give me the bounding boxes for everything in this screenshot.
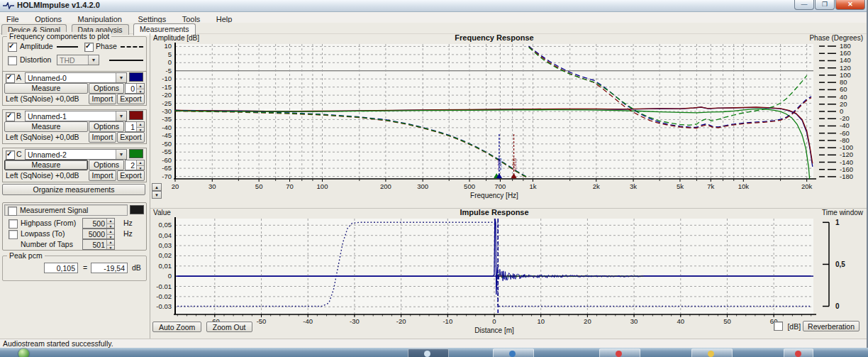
slot-c-import-button[interactable]: Import bbox=[89, 170, 116, 181]
taskbar-icon[interactable] bbox=[408, 348, 449, 357]
slot-c-options-button[interactable]: Options bbox=[89, 160, 124, 170]
freq-components-group: Frequency components to plot Amplitude P… bbox=[2, 36, 147, 72]
svg-text:Frequency [Hz]: Frequency [Hz] bbox=[470, 192, 518, 199]
svg-text:40: 40 bbox=[677, 317, 684, 325]
slot-b-import-button[interactable]: Import bbox=[89, 132, 116, 143]
taps-value: 501 bbox=[92, 241, 105, 249]
svg-text:20: 20 bbox=[584, 317, 591, 325]
svg-text:-35: -35 bbox=[162, 115, 172, 123]
signal-color-swatch[interactable] bbox=[130, 205, 144, 214]
peak-pcm-group: Peak pcm 0,105 = -19,54 dB bbox=[2, 256, 147, 281]
svg-text:0: 0 bbox=[835, 302, 840, 310]
slot-b-checkbox[interactable] bbox=[6, 112, 15, 121]
highpass-unit: Hz bbox=[123, 219, 133, 227]
auto-zoom-button[interactable]: Auto Zoom bbox=[152, 322, 201, 332]
slot-a-options-button[interactable]: Options bbox=[89, 83, 124, 94]
slot-b-options-button[interactable]: Options bbox=[89, 121, 124, 132]
slot-b-gain-label: Left (SqNoise) +0,0dB bbox=[6, 133, 79, 141]
highpass-spinner[interactable]: 500 ▲▼ bbox=[82, 218, 115, 229]
holmimpulse-window: HOLMImpulse v1.4.2.0 — ❐ ✕ File Options … bbox=[0, 0, 868, 357]
db-checkbox[interactable] bbox=[774, 322, 783, 331]
slot-a-export-button[interactable]: Export bbox=[117, 94, 145, 104]
svg-text:-15: -15 bbox=[162, 83, 172, 91]
close-button[interactable]: ✕ bbox=[835, 0, 865, 10]
slot-b-measure-button[interactable]: Measure bbox=[4, 121, 88, 132]
status-bar: Audiostream started successfully. bbox=[0, 339, 868, 348]
amplitude-checkbox[interactable] bbox=[8, 43, 17, 52]
svg-text:30: 30 bbox=[630, 317, 638, 325]
slot-a-import-button[interactable]: Import bbox=[89, 94, 116, 104]
taskbar-icon[interactable] bbox=[599, 348, 640, 357]
spin-down-icon[interactable]: ▼ bbox=[136, 165, 144, 170]
svg-text:-30: -30 bbox=[162, 107, 172, 115]
slot-a-name-select[interactable]: Unnamed-0 ▼ bbox=[25, 72, 127, 83]
lowpass-spinner[interactable]: 5000 ▲▼ bbox=[82, 229, 115, 239]
svg-text:1k: 1k bbox=[529, 182, 536, 190]
scale-up-icon[interactable]: ▲ bbox=[152, 183, 162, 191]
taskbar-icon[interactable] bbox=[691, 348, 733, 357]
title-bar[interactable]: HOLMImpulse v1.4.2.0 — ❐ ✕ bbox=[0, 0, 868, 12]
slot-b-export-button[interactable]: Export bbox=[117, 132, 145, 143]
slot-a-checkbox[interactable] bbox=[6, 74, 15, 83]
svg-text:Distance [m]: Distance [m] bbox=[474, 326, 514, 334]
lowpass-checkbox[interactable] bbox=[9, 230, 18, 239]
slot-b-letter: B bbox=[16, 111, 21, 120]
frequency-response-plot[interactable]: 1050-5-10-15-20-25-30-35-40-45-50-55-60-… bbox=[150, 33, 868, 208]
lowpass-unit: Hz bbox=[123, 229, 133, 238]
spin-down-icon[interactable]: ▼ bbox=[136, 127, 144, 132]
svg-text:-25: -25 bbox=[162, 99, 172, 107]
chevron-down-icon: ▼ bbox=[116, 73, 126, 82]
taskbar-icon[interactable] bbox=[493, 348, 534, 357]
taps-spinner[interactable]: 501 ▲▼ bbox=[82, 239, 115, 250]
control-panel: Frequency components to plot Amplitude P… bbox=[0, 33, 150, 339]
start-orb-icon[interactable] bbox=[18, 348, 29, 357]
measurement-slot-b: B Unnamed-1 ▼ Measure Options 1 ▲▼ Left … bbox=[2, 109, 147, 144]
spin-down-icon[interactable]: ▼ bbox=[106, 224, 114, 229]
svg-text:-50: -50 bbox=[162, 140, 172, 148]
measurement-slot-c: C Unnamed-2 ▼ Measure Options 2 ▲▼ Left … bbox=[2, 148, 147, 182]
slot-c-name-select[interactable]: Unnamed-2 ▼ bbox=[25, 149, 127, 160]
svg-text:1: 1 bbox=[835, 219, 840, 226]
slot-c-gain-label: Left (SqNoise) +0,0dB bbox=[6, 171, 79, 180]
slot-b-channel-spinner[interactable]: 1 ▲▼ bbox=[125, 121, 145, 132]
slot-a-color-swatch[interactable] bbox=[129, 72, 143, 82]
taskbar[interactable] bbox=[0, 348, 868, 357]
slot-a-measure-button[interactable]: Measure bbox=[4, 83, 88, 94]
slot-c-channel-spinner[interactable]: 2 ▲▼ bbox=[125, 160, 145, 170]
slot-c-color-swatch[interactable] bbox=[129, 149, 143, 158]
spin-down-icon[interactable]: ▼ bbox=[106, 234, 114, 239]
svg-text:-70: -70 bbox=[162, 172, 172, 180]
taskbar-icon[interactable] bbox=[784, 348, 813, 357]
slot-c-export-button[interactable]: Export bbox=[117, 170, 145, 181]
minimize-button[interactable]: — bbox=[794, 0, 814, 10]
phase-checkbox[interactable] bbox=[84, 43, 94, 52]
distortion-checkbox[interactable] bbox=[8, 56, 17, 65]
svg-text:300: 300 bbox=[417, 182, 428, 190]
slot-b-name-select[interactable]: Unnamed-1 ▼ bbox=[25, 111, 127, 121]
peak-unit: dB bbox=[132, 263, 141, 272]
reverberation-button[interactable]: Reverberation bbox=[803, 321, 859, 331]
spin-down-icon[interactable]: ▼ bbox=[106, 245, 114, 250]
highpass-checkbox[interactable] bbox=[9, 219, 18, 229]
svg-text:20: 20 bbox=[172, 182, 179, 190]
distortion-type-select[interactable]: THD ▼ bbox=[57, 55, 99, 65]
distortion-type-value: THD bbox=[60, 56, 75, 65]
slot-a-channel-spinner[interactable]: 0 ▲▼ bbox=[125, 83, 145, 94]
slot-c-name: Unnamed-2 bbox=[28, 150, 67, 159]
svg-text:Phase (Degrees): Phase (Degrees) bbox=[809, 34, 863, 42]
impulse-response-plot[interactable]: 0,050,040,030,020,010-0.01-0.02-0.03-60-… bbox=[150, 209, 868, 339]
svg-text:10: 10 bbox=[537, 317, 545, 325]
slot-c-checkbox[interactable] bbox=[6, 150, 15, 160]
organize-measurements-button[interactable]: Organize measurements bbox=[2, 184, 145, 195]
taps-label: Number of Taps bbox=[21, 240, 73, 248]
scale-down-icon[interactable]: ▼ bbox=[152, 191, 162, 199]
zoom-out-button[interactable]: Zoom Out bbox=[206, 322, 252, 332]
svg-text:70: 70 bbox=[286, 182, 294, 190]
measurement-signal-checkbox[interactable] bbox=[8, 207, 17, 216]
measurement-slot-a: A Unnamed-0 ▼ Measure Options 0 ▲▼ Left … bbox=[2, 71, 147, 106]
slot-b-color-swatch[interactable] bbox=[129, 111, 143, 120]
slot-c-measure-button[interactable]: Measure bbox=[4, 160, 88, 170]
restore-button[interactable]: ❐ bbox=[815, 0, 835, 10]
spin-down-icon[interactable]: ▼ bbox=[136, 89, 144, 94]
slot-a-gain-label: Left (SqNoise) +0,0dB bbox=[6, 94, 79, 103]
